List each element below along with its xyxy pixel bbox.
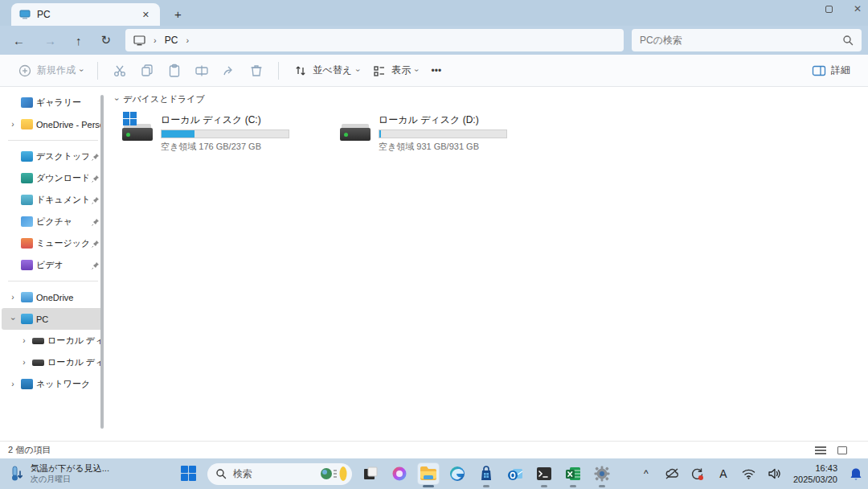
chevron-right-icon[interactable]: › bbox=[186, 35, 189, 45]
restore-window-icon[interactable] bbox=[825, 6, 833, 13]
chevron-right-icon[interactable]: › bbox=[8, 120, 18, 129]
sort-arrows-icon bbox=[293, 64, 308, 78]
terminal-button[interactable] bbox=[534, 463, 555, 484]
pin-icon bbox=[92, 175, 100, 183]
chevron-right-icon[interactable]: › bbox=[8, 293, 18, 302]
task-view-icon bbox=[362, 465, 379, 483]
outlook-icon bbox=[506, 465, 524, 483]
sidebar-item-onedrive[interactable]: › OneDrive bbox=[2, 286, 103, 308]
drive-d-tile[interactable]: ローカル ディスク (D:) 空き領域 931 GB/931 GB bbox=[340, 112, 513, 153]
chevron-right-icon[interactable]: › bbox=[19, 336, 29, 345]
section-devices-and-drives[interactable]: › デバイスとドライブ bbox=[116, 93, 868, 105]
sidebar-item-desktop[interactable]: デスクトップ bbox=[2, 146, 103, 167]
paste-button[interactable] bbox=[161, 59, 188, 83]
clock[interactable]: 16:43 2025/03/20 bbox=[793, 462, 837, 486]
explorer-tab[interactable]: PC ✕ bbox=[11, 3, 160, 26]
taskbar-search-label: 検索 bbox=[233, 467, 252, 481]
sidebar-item-local-disk-c[interactable]: › ローカル ディスク ( bbox=[2, 330, 103, 351]
new-button[interactable]: 新規作成 › bbox=[11, 59, 89, 83]
tray-expand-icon[interactable]: ^ bbox=[639, 468, 653, 479]
downloads-folder-icon bbox=[21, 173, 33, 183]
forward-button[interactable]: → bbox=[44, 34, 56, 47]
copilot-icon bbox=[391, 465, 408, 483]
speaker-icon[interactable] bbox=[768, 468, 782, 479]
refresh-button[interactable]: ↻ bbox=[101, 33, 112, 47]
sidebar-item-local-disk-d[interactable]: › ローカル ディスク ( bbox=[2, 351, 103, 373]
sidebar-item-pc[interactable]: › PC bbox=[2, 308, 103, 330]
chevron-right-icon[interactable]: › bbox=[19, 358, 29, 367]
start-button[interactable] bbox=[178, 463, 199, 484]
excel-icon bbox=[564, 465, 582, 483]
sidebar-item-videos[interactable]: ビデオ bbox=[2, 254, 103, 276]
thermometer-down-icon bbox=[10, 465, 24, 483]
taskbar-search[interactable]: 検索 bbox=[207, 463, 352, 485]
terminal-icon bbox=[535, 465, 553, 483]
new-tab-button[interactable]: + bbox=[174, 7, 182, 21]
drive-c-icon bbox=[122, 112, 154, 144]
tab-close-icon[interactable]: ✕ bbox=[138, 8, 154, 22]
pc-monitor-icon bbox=[21, 314, 33, 324]
chevron-down-icon: › bbox=[77, 69, 86, 72]
sidebar-item-documents[interactable]: ドキュメント bbox=[2, 189, 103, 211]
gallery-icon bbox=[21, 97, 33, 108]
sidebar-item-onedrive-personal[interactable]: › OneDrive - Perso bbox=[2, 113, 103, 135]
sort-button[interactable]: 並べ替え › bbox=[287, 59, 366, 83]
update-pending-icon[interactable] bbox=[690, 467, 705, 481]
rename-button[interactable] bbox=[188, 59, 215, 83]
explorer-search-box[interactable] bbox=[632, 29, 862, 51]
onedrive-paused-icon[interactable] bbox=[665, 468, 679, 479]
sidebar-item-downloads[interactable]: ダウンロード bbox=[2, 167, 103, 189]
pictures-folder-icon bbox=[21, 216, 33, 227]
close-window-icon[interactable]: ✕ bbox=[854, 3, 862, 14]
music-folder-icon bbox=[21, 238, 33, 249]
microsoft-store-button[interactable] bbox=[476, 463, 497, 484]
more-options-button[interactable]: ••• bbox=[425, 60, 448, 81]
share-icon bbox=[222, 64, 236, 78]
copilot-button[interactable] bbox=[389, 463, 410, 484]
taskbar: 気温が下がる見込... 次の月曜日 検索 ^ bbox=[0, 458, 868, 489]
edge-button[interactable] bbox=[447, 463, 468, 484]
delete-button[interactable] bbox=[243, 59, 270, 83]
sidebar-scrollbar[interactable] bbox=[100, 95, 104, 429]
navigation-pane: ギャラリー › OneDrive - Perso デスクトップ ダウンロード bbox=[0, 87, 106, 441]
task-view-button[interactable] bbox=[360, 463, 381, 484]
breadcrumb[interactable]: › PC › bbox=[125, 29, 624, 51]
sidebar-item-gallery[interactable]: ギャラリー bbox=[2, 92, 103, 113]
chevron-right-icon: › bbox=[154, 35, 157, 45]
search-icon bbox=[215, 468, 227, 479]
drive-free-space: 空き領域 931 GB/931 GB bbox=[379, 141, 507, 153]
trash-icon bbox=[249, 64, 264, 78]
breadcrumb-item-pc[interactable]: PC bbox=[165, 35, 178, 46]
ime-mode-indicator[interactable]: A bbox=[716, 467, 731, 480]
sidebar-item-music[interactable]: ミュージック bbox=[2, 232, 103, 254]
chevron-right-icon[interactable]: › bbox=[8, 380, 18, 388]
weather-headline: 気温が下がる見込... bbox=[31, 463, 109, 475]
explorer-search-input[interactable] bbox=[640, 35, 842, 46]
thumbnail-view-toggle-icon[interactable] bbox=[837, 446, 847, 454]
excel-button[interactable] bbox=[563, 463, 583, 484]
sidebar-item-pictures[interactable]: ピクチャ bbox=[2, 211, 103, 232]
gear-icon bbox=[593, 465, 611, 483]
details-pane-button[interactable]: 詳細 bbox=[805, 59, 857, 83]
wifi-icon[interactable] bbox=[742, 468, 756, 479]
divider bbox=[8, 281, 98, 281]
notification-bell-icon[interactable] bbox=[849, 467, 863, 481]
back-button[interactable]: ← bbox=[13, 34, 25, 47]
settings-button[interactable] bbox=[592, 463, 612, 484]
copy-button[interactable] bbox=[133, 59, 161, 83]
up-button[interactable]: ↑ bbox=[76, 34, 82, 47]
sidebar-item-network[interactable]: › ネットワーク bbox=[2, 373, 103, 395]
outlook-button[interactable] bbox=[505, 463, 526, 484]
microsoft-store-icon bbox=[477, 465, 495, 483]
chevron-down-icon[interactable]: › bbox=[9, 314, 18, 324]
view-button[interactable]: 表示 › bbox=[366, 59, 424, 83]
list-view-toggle-icon[interactable] bbox=[815, 446, 826, 454]
search-weather-icon bbox=[320, 466, 347, 482]
drive-c-tile[interactable]: ローカル ディスク (C:) 空き領域 176 GB/237 GB bbox=[122, 112, 295, 153]
chevron-down-icon[interactable]: › bbox=[113, 98, 121, 101]
file-explorer-button[interactable] bbox=[418, 463, 439, 484]
weather-widget[interactable]: 気温が下がる見込... 次の月曜日 bbox=[0, 458, 119, 489]
cut-button[interactable] bbox=[106, 59, 133, 83]
share-button[interactable] bbox=[215, 59, 243, 83]
divider bbox=[278, 62, 279, 80]
